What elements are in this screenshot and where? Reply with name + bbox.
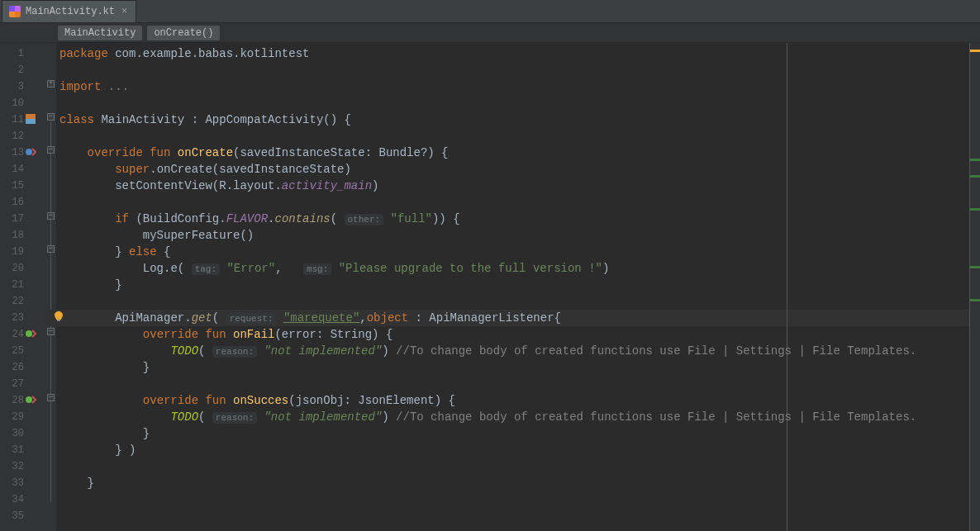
svg-point-2 [26,149,32,155]
indent [59,394,143,407]
code-token: "Error" [226,262,275,275]
parameter-hint: reason: [212,346,257,358]
code-token: FLAVOR [226,212,268,225]
code-token: TODO [170,344,198,358]
kotlin-file-icon [9,6,21,17]
indent [59,212,115,225]
code-token: (BuildConfig. [136,212,226,225]
indent [59,410,170,424]
file-tab-label: MainActivity.kt [26,6,115,17]
code-token: ( [198,344,212,358]
parameter-hint: other: [345,214,384,225]
code-token: ( [212,311,226,325]
svg-rect-1 [26,119,36,124]
code-token: } [59,427,150,440]
svg-point-3 [26,330,32,337]
code-editor[interactable]: 1 2 3 10 11 12 13 14 15 16 17 18 19 20 2… [0,43,980,531]
code-token: super [115,163,150,176]
info-mark[interactable] [970,159,980,161]
breadcrumb-bar: MainActivity onCreate() [0,23,980,43]
code-token: override fun [143,328,233,341]
code-token: fun [150,146,178,159]
code-token: activity_main [282,179,372,192]
close-tab-icon[interactable]: × [120,6,129,17]
code-token: (error: String) { [274,328,392,341]
code-token: ( [198,410,212,424]
right-margin-guide [787,43,787,531]
breadcrumb-method[interactable]: onCreate() [147,26,220,40]
code-comment: //To change body of created functions us… [396,410,916,424]
override-gutter-icon[interactable] [25,394,36,405]
code-token: onCreate [178,146,233,159]
code-token: "not implemented" [264,410,382,424]
warning-mark[interactable] [970,50,980,52]
code-folded-placeholder[interactable]: ... [101,80,129,93]
code-token: : ApiManagerListener{ [408,311,561,325]
code-token: } [59,476,94,490]
code-token: (savedInstanceState: Bundle?) { [233,146,448,159]
code-token: } [59,245,129,258]
code-token: } [59,278,122,292]
code-token: else [129,245,157,258]
code-token: )) { [432,212,460,225]
code-token: onFail [233,328,274,341]
code-token: { [157,245,171,258]
code-token: TODO [170,410,198,424]
code-token [331,262,338,275]
code-text-area[interactable]: package com.example.babas.kotlintest imp… [45,43,970,531]
code-token: : AppCompatActivity() { [184,113,351,126]
code-token: "Please upgrade to the full version !" [339,262,602,275]
class-gutter-icon[interactable] [25,113,36,125]
code-token: , [275,262,303,275]
parameter-hint: msg: [303,263,331,275]
code-comment: //To change body of created functions us… [396,344,916,358]
code-token: override fun [143,394,233,407]
override-gutter-icon[interactable] [25,146,36,158]
error-stripe[interactable] [970,43,980,531]
code-token: import [59,80,101,93]
code-token: ApiManager. [59,311,192,325]
code-token: "not implemented" [264,344,382,358]
code-token [383,212,390,225]
code-token: , [359,311,366,325]
indent [59,163,115,176]
info-mark[interactable] [970,208,980,211]
code-token: contains [274,212,330,225]
file-tab-mainactivity[interactable]: MainActivity.kt × [2,0,136,22]
breadcrumb-class[interactable]: MainActivity [58,26,142,40]
code-token: "full" [391,212,432,225]
code-token: class [59,113,101,126]
svg-rect-0 [26,114,36,119]
code-token: Log.e( [59,262,192,275]
code-token: override [59,146,150,159]
info-mark[interactable] [970,266,980,268]
code-token: } [59,361,150,374]
code-token: (jsonObj: JsonElement) { [288,394,455,407]
code-token: ) [602,262,609,275]
indent [59,328,143,341]
code-token: if [115,212,136,225]
parameter-hint: request: [226,313,277,325]
parameter-hint: tag: [192,263,220,275]
code-token: ) [382,410,396,424]
code-token: ( [331,212,345,225]
code-token: object [367,311,408,325]
code-token: mySuperFeature() [59,229,254,242]
code-token: com.example.babas.kotlintest [108,47,310,60]
code-token: } ) [59,443,136,457]
info-mark[interactable] [970,175,980,178]
info-mark[interactable] [970,299,980,301]
editor-tab-bar: MainActivity.kt × [0,0,980,23]
indent [59,344,170,358]
svg-point-4 [26,396,32,403]
code-token: onSucces [233,394,288,407]
code-token: package [59,47,108,60]
code-token: MainActivity [101,113,184,126]
code-token: "marequete" [283,311,359,325]
intention-bulb-icon[interactable] [53,311,64,322]
code-token [276,311,283,325]
svg-rect-5 [57,320,60,321]
parameter-hint: reason: [212,412,257,424]
override-gutter-icon[interactable] [25,328,36,339]
code-token: .onCreate(savedInstanceState) [150,163,351,176]
